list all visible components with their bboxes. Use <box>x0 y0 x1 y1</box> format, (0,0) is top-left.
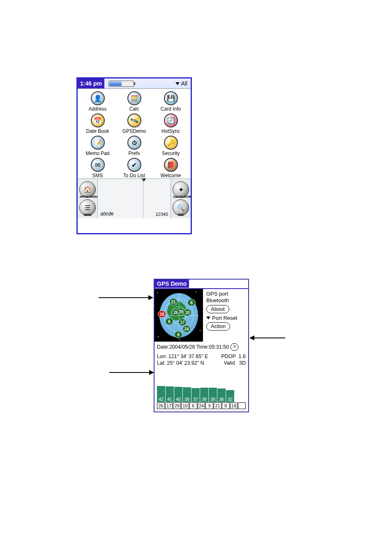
app-label: SMS <box>92 173 103 178</box>
battery-fill <box>109 81 122 86</box>
signal-bar: 41 <box>166 386 174 402</box>
signal-bar: 42 <box>157 386 165 402</box>
address-icon: 👤 <box>91 91 105 105</box>
app-label: Calc <box>129 106 139 112</box>
satellite-id-cell: 10 <box>181 402 189 409</box>
satellite-id-cell: 26 <box>157 402 165 409</box>
gps-port-value: Bluetooth <box>206 297 247 304</box>
callout-arrow-position <box>109 372 154 373</box>
gps-title: GPS Demo <box>154 280 189 288</box>
satellite-id-cell: 24 <box>198 402 205 409</box>
category-picker[interactable]: All <box>175 80 191 87</box>
app-gpsdemo[interactable]: 🛰️ GPSDemo <box>116 113 152 134</box>
app-label: Memo Pad <box>85 150 109 156</box>
satellite-marker: 9 <box>174 331 182 338</box>
next-button[interactable]: > <box>231 343 238 351</box>
signal-strength-chart: 424140393738383632 26172910624921818 <box>157 383 246 409</box>
signal-bar: 38 <box>209 388 217 402</box>
gpsdemo-icon: 🛰️ <box>127 113 141 127</box>
port-reset-dropdown[interactable]: Port Reset <box>206 315 247 321</box>
satellite-marker: 10 <box>183 309 191 316</box>
hotsync-icon: 🔄 <box>164 113 178 127</box>
app-welcome[interactable]: 📕 Welcome <box>152 158 189 178</box>
app-label: Address <box>88 106 106 112</box>
silk-calculator-button[interactable]: ✦ CALCULATOR <box>173 181 189 198</box>
sms-icon: ✉ <box>91 158 105 172</box>
signal-bar: 38 <box>200 388 208 402</box>
chevron-down-icon <box>206 317 210 319</box>
gps-datetime: Date:2004/05/28 Time:05:31:50 <box>157 344 229 350</box>
launcher-grid: 👤 Address 🧮 Calc 💾 Card Info 📅 Date Book… <box>78 89 191 178</box>
satellite-marker: 21 <box>169 298 178 305</box>
security-icon: 🔑 <box>164 136 178 150</box>
silk-menu-button[interactable]: ☰ MENU <box>79 199 96 216</box>
callout-arrow-action <box>250 338 285 338</box>
satellite-id-cell: 9 <box>205 402 213 409</box>
valid-label: Valid <box>224 360 235 366</box>
satellite-id-cell: 18 <box>230 402 238 409</box>
satellite-sky-view: 21818262910617249 <box>154 289 203 342</box>
silk-area: 🏠 APPLICATIONS ☰ MENU abcde 12345 ✦ CALC… <box>78 178 191 218</box>
silk-find-button[interactable]: 🔍 FIND <box>173 199 189 216</box>
app-label: GPSDemo <box>122 128 146 134</box>
chevron-down-icon <box>175 82 180 85</box>
silk-label: MENU <box>80 213 95 216</box>
satellite-marker: 6 <box>165 318 173 325</box>
signal-bar: 32 <box>226 390 234 402</box>
gps-demo-window: GPS Demo 21818262910617249 GPS port Blue… <box>154 279 249 412</box>
signal-bar: 39 <box>183 387 191 402</box>
app-todolist[interactable]: ✔ To Do List <box>116 158 152 178</box>
signal-bar: 36 <box>217 388 226 402</box>
memopad-icon: 📝 <box>91 136 105 150</box>
app-label: Prefs <box>128 150 140 156</box>
prefs-icon: ⚙ <box>127 136 141 150</box>
satellite-marker: 18 <box>158 310 166 318</box>
satellite-id-cell: 21 <box>214 402 221 409</box>
gps-controls: GPS port Bluetooth About Port Reset Acti… <box>203 289 248 342</box>
silk-applications-button[interactable]: 🏠 APPLICATIONS <box>79 181 96 198</box>
graffiti-marker-icon <box>141 178 146 182</box>
satellite-marker: 24 <box>182 325 191 333</box>
silk-label: APPLICATIONS <box>80 195 95 198</box>
pdop-value: 1.6 <box>239 354 246 359</box>
valid-value: 3D <box>239 360 246 366</box>
satellite-id-cell: 6 <box>189 402 197 409</box>
app-sms[interactable]: ✉ SMS <box>79 158 116 178</box>
app-memopad[interactable]: 📝 Memo Pad <box>79 136 116 156</box>
gps-port-label: GPS port <box>206 291 247 297</box>
action-button[interactable]: Action <box>206 322 230 331</box>
datebook-icon: 📅 <box>91 113 105 127</box>
gps-longitude: Lon: 121° 34' 37.65" E <box>157 353 208 360</box>
app-label: Security <box>162 150 180 156</box>
signal-bar: 37 <box>191 388 200 402</box>
app-security[interactable]: 🔑 Security <box>152 136 189 156</box>
welcome-icon: 📕 <box>164 158 178 172</box>
pdop-label: PDOP <box>221 354 235 359</box>
satellite-id-cell: 29 <box>173 402 181 409</box>
cardinfo-icon: 💾 <box>164 91 178 105</box>
about-button[interactable]: About <box>206 305 229 313</box>
category-label: All <box>181 80 187 87</box>
graffiti-num-label: 12345 <box>155 212 168 217</box>
battery-indicator <box>108 81 134 87</box>
app-address[interactable]: 👤 Address <box>79 91 116 112</box>
app-label: Welcome <box>161 173 181 178</box>
port-reset-label: Port Reset <box>212 315 237 321</box>
app-cardinfo[interactable]: 💾 Card Info <box>152 91 189 112</box>
clock[interactable]: 1:46 pm <box>78 79 104 88</box>
silk-label: FIND <box>173 213 189 216</box>
app-prefs[interactable]: ⚙ Prefs <box>116 136 152 156</box>
satellite-id-cell: 8 <box>222 402 230 409</box>
app-datebook[interactable]: 📅 Date Book <box>79 113 116 134</box>
gps-titlebar: GPS Demo <box>154 280 248 289</box>
app-label: Card Info <box>161 106 181 112</box>
palm-launcher-window: 1:46 pm All 👤 Address 🧮 Calc 💾 Card Info… <box>76 77 192 234</box>
signal-bar: 40 <box>174 387 182 402</box>
app-hotsync[interactable]: 🔄 HotSync <box>152 113 189 134</box>
graffiti-alpha-label: abcde <box>100 211 114 217</box>
app-calc[interactable]: 🧮 Calc <box>116 91 152 112</box>
graffiti-area[interactable]: abcde 12345 <box>97 179 171 218</box>
app-label: Date Book <box>86 128 109 134</box>
satellite-id-cell <box>238 402 246 409</box>
todolist-icon: ✔ <box>127 158 141 172</box>
